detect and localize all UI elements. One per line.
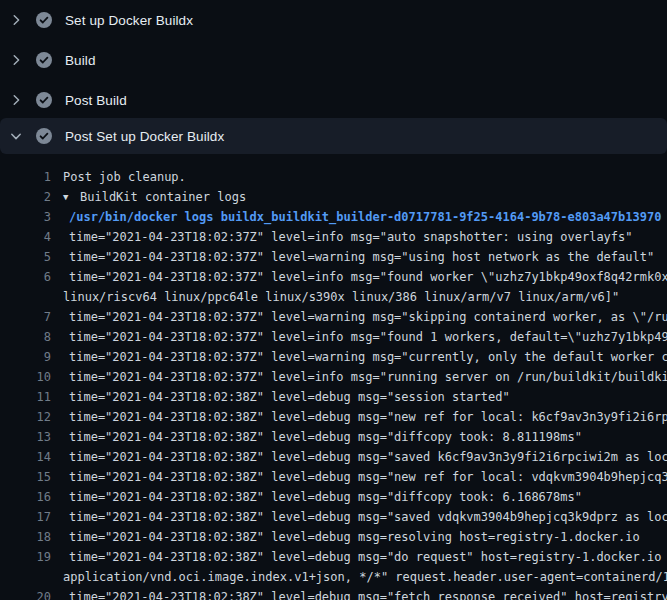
log-line-number[interactable]: 13 [0,427,51,447]
log-line-text: time="2021-04-23T18:02:38Z" level=debug … [69,547,667,567]
log-line-text: time="2021-04-23T18:02:38Z" level=debug … [69,527,640,547]
group-collapse-toggle-icon[interactable]: ▼ [63,187,80,207]
log-line: 5 time="2021-04-23T18:02:37Z" level=warn… [0,247,667,267]
log-line-text: time="2021-04-23T18:02:37Z" level=info m… [69,267,667,287]
log-line-text: time="2021-04-23T18:02:38Z" level=debug … [69,447,667,467]
log-line: 17 time="2021-04-23T18:02:38Z" level=deb… [0,507,667,527]
log-line-text: time="2021-04-23T18:02:37Z" level=warnin… [69,307,667,327]
log-line-text: time="2021-04-23T18:02:37Z" level=warnin… [69,247,654,267]
log-line-number[interactable]: 2 [0,187,51,207]
step-header[interactable]: Post Set up Docker Buildx [0,118,667,154]
log-line-number[interactable]: 19 [0,547,51,567]
log-line-text: time="2021-04-23T18:02:38Z" level=debug … [69,387,510,407]
log-line-number[interactable]: 12 [0,407,51,427]
workflow-log-viewer: Set up Docker Buildx Build Post Buil [0,0,667,600]
step-header[interactable]: Build [0,40,667,80]
log-line: 13 time="2021-04-23T18:02:38Z" level=deb… [0,427,667,447]
log-line-number[interactable]: 3 [0,207,51,227]
log-line-text: time="2021-04-23T18:02:37Z" level=warnin… [69,347,667,367]
log-line-text: time="2021-04-23T18:02:38Z" level=debug … [69,487,582,507]
log-line: 10 time="2021-04-23T18:02:37Z" level=inf… [0,367,667,387]
log-line: 6 time="2021-04-23T18:02:37Z" level=info… [0,267,667,287]
log-line-text: time="2021-04-23T18:02:38Z" level=debug … [69,427,582,447]
log-line-number[interactable]: 15 [0,467,51,487]
log-line-number[interactable]: 1 [0,167,51,187]
check-circle-icon [36,12,52,28]
step-title: Post Build [65,93,127,108]
log-line-number[interactable]: 10 [0,367,51,387]
log-line-number[interactable]: 5 [0,247,51,267]
log-line: 7 time="2021-04-23T18:02:37Z" level=warn… [0,307,667,327]
log-line-text: ▼BuildKit container logs [63,187,246,207]
log-line: 9 time="2021-04-23T18:02:37Z" level=warn… [0,347,667,367]
log-line-number[interactable]: 17 [0,507,51,527]
step-title: Set up Docker Buildx [65,13,193,28]
log-line-text: Post job cleanup. [63,167,186,187]
log-line: 8 time="2021-04-23T18:02:37Z" level=info… [0,327,667,347]
log-line: application/vnd.oci.image.index.v1+json,… [0,567,667,587]
log-line: 20 time="2021-04-23T18:02:38Z" level=deb… [0,587,667,600]
log-line-text: time="2021-04-23T18:02:37Z" level=info m… [69,327,667,347]
log-line-text: application/vnd.oci.image.index.v1+json,… [63,567,667,587]
log-line-number[interactable]: 20 [0,587,51,600]
log-line-number[interactable]: 4 [0,227,51,247]
log-line-text: time="2021-04-23T18:02:38Z" level=debug … [69,407,667,427]
chevron-down-icon[interactable] [8,128,24,144]
log-line-text: linux/riscv64 linux/ppc64le linux/s390x … [63,287,619,307]
log-output: 1 Post job cleanup. 2 ▼BuildKit containe… [0,167,667,600]
log-command-text: /usr/bin/docker logs buildx_buildkit_bui… [69,207,661,227]
log-line: 19 time="2021-04-23T18:02:38Z" level=deb… [0,547,667,567]
step-title: Build [65,53,96,68]
log-line: 16 time="2021-04-23T18:02:38Z" level=deb… [0,487,667,507]
log-line-number[interactable]: 7 [0,307,51,327]
chevron-right-icon[interactable] [8,92,24,108]
log-line-number[interactable]: 9 [0,347,51,367]
chevron-right-icon[interactable] [8,12,24,28]
log-line-text: time="2021-04-23T18:02:38Z" level=debug … [69,587,667,600]
log-line: linux/riscv64 linux/ppc64le linux/s390x … [0,287,667,307]
log-line-number[interactable]: 18 [0,527,51,547]
step-title: Post Set up Docker Buildx [65,129,224,144]
log-line: 18 time="2021-04-23T18:02:38Z" level=deb… [0,527,667,547]
log-line: 11 time="2021-04-23T18:02:38Z" level=deb… [0,387,667,407]
check-circle-icon [36,92,52,108]
log-line-number[interactable]: 16 [0,487,51,507]
log-line-text: time="2021-04-23T18:02:37Z" level=info m… [69,227,633,247]
log-line-number[interactable]: 8 [0,327,51,347]
log-line-number[interactable]: 6 [0,267,51,287]
step-header[interactable]: Post Build [0,80,667,120]
log-line: 12 time="2021-04-23T18:02:38Z" level=deb… [0,407,667,427]
check-circle-icon [36,128,52,144]
chevron-right-icon[interactable] [8,52,24,68]
log-line: 14 time="2021-04-23T18:02:38Z" level=deb… [0,447,667,467]
log-line: 3 /usr/bin/docker logs buildx_buildkit_b… [0,207,667,227]
log-line: 4 time="2021-04-23T18:02:37Z" level=info… [0,227,667,247]
log-line-text: time="2021-04-23T18:02:38Z" level=debug … [69,507,667,527]
check-circle-icon [36,52,52,68]
log-line-number[interactable]: 14 [0,447,51,467]
log-line: 15 time="2021-04-23T18:02:38Z" level=deb… [0,467,667,487]
step-list: Set up Docker Buildx Build Post Buil [0,0,667,154]
log-line: 1 Post job cleanup. [0,167,667,187]
log-line-number[interactable]: 11 [0,387,51,407]
step-header[interactable]: Set up Docker Buildx [0,0,667,40]
log-line-text: time="2021-04-23T18:02:37Z" level=info m… [69,367,667,387]
log-line-text: time="2021-04-23T18:02:38Z" level=debug … [69,467,667,487]
group-title: BuildKit container logs [80,190,246,204]
log-line: 2 ▼BuildKit container logs [0,187,667,207]
